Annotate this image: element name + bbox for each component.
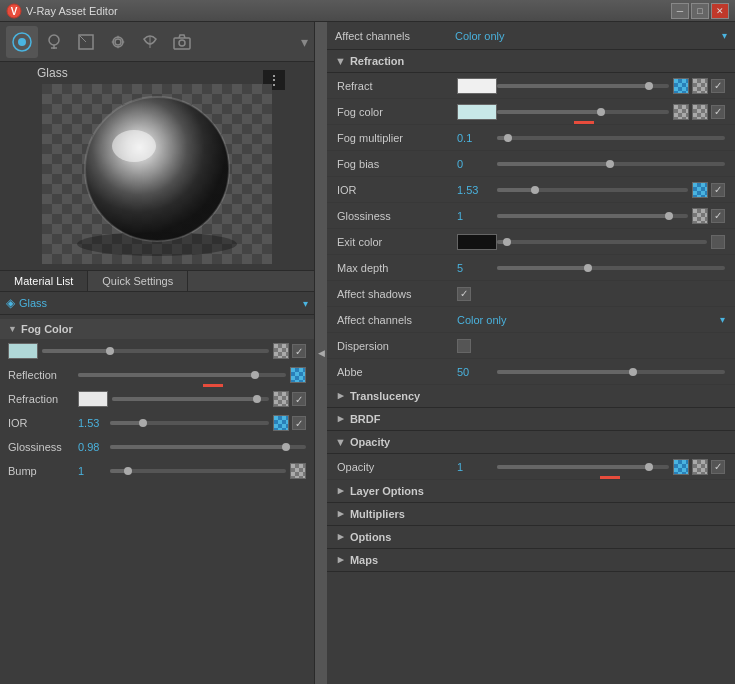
refraction-checker[interactable] (273, 391, 289, 407)
fog-bias-slider[interactable] (497, 157, 725, 171)
right-glossiness-checkbox[interactable] (711, 209, 725, 223)
tab-icon-materials[interactable] (6, 26, 38, 58)
fog-multiplier-slider[interactable] (497, 131, 725, 145)
fog-bias-value[interactable]: 0 (457, 158, 497, 170)
opacity-checkbox[interactable] (711, 460, 725, 474)
section-options[interactable]: ▼ Options (327, 526, 735, 549)
affect-channels-label: Affect channels (337, 314, 457, 326)
app-icon: V (6, 3, 22, 19)
dispersion-label: Dispersion (337, 340, 457, 352)
right-glossiness-slider[interactable] (497, 209, 688, 223)
bump-slider[interactable] (110, 464, 286, 478)
affect-channels-dropdown[interactable]: ▾ (720, 314, 725, 325)
fog-color-slider[interactable] (42, 344, 269, 358)
section-layer-options-label: Layer Options (350, 485, 424, 497)
svg-point-4 (49, 35, 59, 45)
prop-row-fog-color (0, 339, 314, 363)
minimize-button[interactable]: ─ (671, 3, 689, 19)
opacity-slider[interactable] (497, 460, 669, 474)
affect-channels-top-value[interactable]: Color only (455, 30, 722, 42)
tab-more-btn[interactable]: ▾ (301, 34, 308, 50)
max-depth-value[interactable]: 5 (457, 262, 497, 274)
refract-checker2[interactable] (692, 78, 708, 94)
prop-row-bump: Bump 1 (0, 459, 314, 483)
svg-line-8 (79, 35, 86, 42)
reflection-slider[interactable] (78, 368, 286, 382)
tab-quick-settings[interactable]: Quick Settings (88, 271, 188, 291)
prop-row-affect-channels: Affect channels Color only ▾ (327, 307, 735, 333)
section-maps[interactable]: ▼ Maps (327, 549, 735, 572)
exit-color-swatch[interactable] (457, 234, 497, 250)
maximize-button[interactable]: □ (691, 3, 709, 19)
bump-value[interactable]: 1 (78, 465, 110, 477)
tab-icon-settings[interactable] (102, 26, 134, 58)
ior-slider[interactable] (110, 416, 269, 430)
section-fog-color-label: Fog Color (21, 323, 73, 335)
fog-color-checkbox[interactable] (292, 344, 306, 358)
opacity-checker[interactable] (673, 459, 689, 475)
section-refraction[interactable]: ▼ Refraction (327, 50, 735, 73)
section-maps-label: Maps (350, 554, 378, 566)
left-panel: ▾ Glass ⋮ (0, 22, 315, 684)
tab-icon-lights[interactable] (38, 26, 70, 58)
ior-checker[interactable] (273, 415, 289, 431)
right-ior-checkbox[interactable] (711, 183, 725, 197)
section-translucency[interactable]: ▼ Translucency (327, 385, 735, 408)
exit-color-checkbox[interactable] (711, 235, 725, 249)
max-depth-slider[interactable] (497, 261, 725, 275)
close-button[interactable]: ✕ (711, 3, 729, 19)
right-glossiness-value[interactable]: 1 (457, 210, 497, 222)
refract-checker[interactable] (673, 78, 689, 94)
glossiness-slider[interactable] (110, 440, 306, 454)
exit-color-slider[interactable] (497, 235, 707, 249)
ior-checkbox[interactable] (292, 416, 306, 430)
bump-checker[interactable] (290, 463, 306, 479)
tab-icon-camera[interactable] (166, 26, 198, 58)
abbe-value[interactable]: 50 (457, 366, 497, 378)
right-fog-color-checker[interactable] (673, 104, 689, 120)
material-dropdown-button[interactable]: ▾ (303, 298, 308, 309)
right-ior-checker[interactable] (692, 182, 708, 198)
section-opacity[interactable]: ▼ Opacity (327, 431, 735, 454)
abbe-slider[interactable] (497, 365, 725, 379)
right-fog-color-checker2[interactable] (692, 104, 708, 120)
collapse-left-panel[interactable]: ◀ (315, 22, 327, 684)
right-fog-color-slider[interactable] (497, 105, 669, 119)
right-glossiness-checker[interactable] (692, 208, 708, 224)
glossiness-value[interactable]: 0.98 (78, 441, 110, 453)
reflection-checker[interactable] (290, 367, 306, 383)
affect-shadows-checkbox[interactable] (457, 287, 471, 301)
refraction-checkbox[interactable] (292, 392, 306, 406)
affect-channels-top-dropdown[interactable]: ▾ (722, 30, 727, 41)
fog-color-checker[interactable] (273, 343, 289, 359)
tab-icon-render[interactable] (134, 26, 166, 58)
dispersion-checkbox[interactable] (457, 339, 471, 353)
opacity-label: Opacity (337, 461, 457, 473)
fog-multiplier-value[interactable]: 0.1 (457, 132, 497, 144)
tab-material-list[interactable]: Material List (0, 271, 88, 291)
affect-channels-value[interactable]: Color only (457, 314, 720, 326)
abbe-label: Abbe (337, 366, 457, 378)
section-brdf[interactable]: ▼ BRDF (327, 408, 735, 431)
right-ior-value[interactable]: 1.53 (457, 184, 497, 196)
fog-color-swatch[interactable] (8, 343, 38, 359)
refraction-swatch[interactable] (78, 391, 108, 407)
section-fog-color[interactable]: ▼ Fog Color (0, 319, 314, 339)
section-brdf-label: BRDF (350, 413, 381, 425)
refract-slider[interactable] (497, 79, 669, 93)
right-ior-slider[interactable] (497, 183, 688, 197)
refraction-slider[interactable] (112, 392, 269, 406)
right-fog-color-swatch[interactable] (457, 104, 497, 120)
tab-icon-geometry[interactable] (70, 26, 102, 58)
opacity-value[interactable]: 1 (457, 461, 497, 473)
ior-value[interactable]: 1.53 (78, 417, 110, 429)
refract-checkbox[interactable] (711, 79, 725, 93)
section-translucency-arrow: ▼ (334, 391, 346, 402)
section-multipliers[interactable]: ▼ Multipliers (327, 503, 735, 526)
prop-row-refraction: Refraction (0, 387, 314, 411)
right-fog-color-checkbox[interactable] (711, 105, 725, 119)
section-layer-options[interactable]: ▼ Layer Options (327, 480, 735, 503)
opacity-checker2[interactable] (692, 459, 708, 475)
refract-swatch[interactable] (457, 78, 497, 94)
prop-row-glossiness: Glossiness 0.98 (0, 435, 314, 459)
